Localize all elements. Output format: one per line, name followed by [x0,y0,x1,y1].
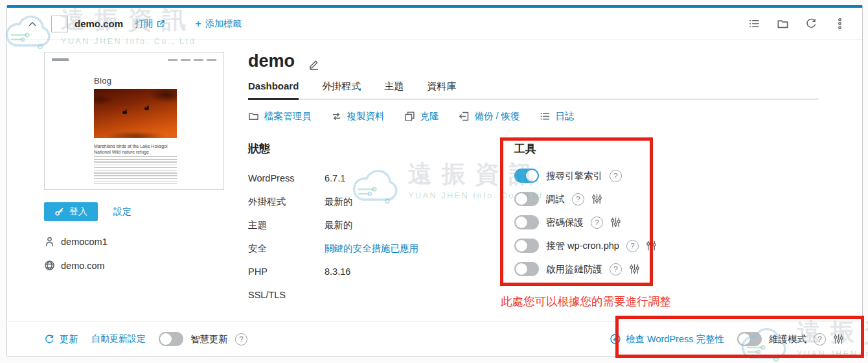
copy-data-label: 複製資料 [347,110,385,123]
admin-user-name: democom1 [61,237,108,247]
move-to-folder-button[interactable] [774,16,791,32]
backup-restore-link[interactable]: 備份 / 恢復 [459,110,520,123]
preview-blog-heading: Blog [94,76,111,86]
refresh-card-button[interactable] [803,16,819,32]
list-view-button[interactable] [746,16,762,32]
toolbar-right-icons [746,16,848,32]
integrity-link-icon [610,333,621,345]
wp-login-button[interactable]: 登入 [44,202,98,221]
preview-paragraph-placeholder [94,156,177,186]
wp-toolkit-site-card-screenshot: { "toolbar": { "domain": "demo.com", "op… [0,0,868,363]
security-measures-link[interactable]: 關鍵的安全措施已應用 [325,242,418,255]
status-row-php: PHP 8.3.16 [248,260,501,283]
site-card: demo.com 打開 + 添加標籤 [6,5,863,357]
tab-dashboard[interactable]: Dashboard [248,80,299,100]
search-indexing-toggle[interactable] [514,169,539,183]
tab-database[interactable]: 資料庫 [427,80,456,99]
tool-label: 調試 [546,193,565,205]
update-label: 更新 [60,333,78,345]
backup-restore-label: 備份 / 恢復 [475,110,520,123]
backup-restore-icon [459,111,470,122]
person-icon [44,236,55,247]
tab-themes[interactable]: 主題 [384,80,404,99]
settings-link[interactable]: 設定 [113,206,131,218]
smart-update-group: 智慧更新 ? [159,332,247,346]
debug-toggle[interactable] [514,192,539,206]
maintenance-mode-toggle[interactable] [737,332,762,346]
question-circle-icon[interactable]: ? [814,333,826,345]
site-tabs: Dashboard 外掛程式 主題 資料庫 [248,80,818,100]
login-label: 登入 [69,206,87,218]
check-integrity-link[interactable]: 檢查 WordPress 完整性 [610,333,724,345]
update-link[interactable]: 更新 [44,333,78,345]
tool-label: 啟用盜鏈防護 [546,263,602,275]
add-tag-label: 添加標籤 [205,18,242,30]
status-label: SSL/TLS [248,290,325,300]
status-value: 8.3.16 [325,266,350,277]
hotlink-protection-toggle[interactable] [514,262,539,276]
tool-row-search-indexing: 搜尋引擎索引 ? [514,164,657,187]
status-section: 狀態 WordPress 6.7.1 外掛程式 最新的 主題 最新的 安全 關鍵… [248,141,501,307]
sliders-icon[interactable] [629,263,640,275]
tool-row-debug: 調試 ? [514,187,657,211]
check-integrity-label: 檢查 WordPress 完整性 [626,333,724,345]
sync-arrows-icon [331,111,342,122]
tool-row-password-protection: 密碼保護 ? [514,211,657,234]
auto-update-settings-link[interactable]: 自動更新設定 [91,333,146,345]
rename-site-button[interactable] [305,56,322,73]
site-name-heading: demo [248,52,295,71]
logs-label: 日誌 [556,110,575,123]
status-label: WordPress [248,173,325,183]
tools-heading: 工具 [514,141,657,156]
status-row-themes: 主題 最新的 [248,213,501,237]
site-preview-thumbnail[interactable]: Blog Marshland birds at the Lake Hovsgol… [44,52,224,190]
status-label: 主題 [248,219,325,231]
key-icon [54,207,64,217]
preview-post-image [94,89,177,138]
tool-label: 接管 wp-cron.php [546,240,619,252]
edit-pencil-icon [308,59,319,70]
login-row: 登入 設定 [44,202,131,221]
question-circle-icon[interactable]: ? [572,193,584,205]
tool-row-hotlink-protection: 啟用盜鏈防護 ? [514,257,657,281]
status-row-ssl: SSL/TLS [248,283,501,307]
question-circle-icon[interactable]: ? [610,170,622,182]
question-circle-icon[interactable]: ? [235,333,247,345]
logs-link[interactable]: 日誌 [540,110,575,123]
clone-link[interactable]: 克隆 [404,110,439,123]
card-footer: 更新 自動更新設定 智慧更新 ? 檢查 WordPress 完整性 維護模式 ? [7,322,862,356]
sliders-icon[interactable] [610,217,621,228]
status-label: 安全 [248,242,325,255]
preview-nav-placeholder [168,59,216,61]
site-title-row: demo [248,52,322,73]
question-circle-icon[interactable]: ? [610,263,622,275]
question-circle-icon[interactable]: ? [591,217,603,229]
add-tag-button[interactable]: + 添加標籤 [195,18,242,30]
status-label: PHP [248,266,325,277]
collapse-card-button[interactable] [24,16,41,32]
status-row-wordpress: WordPress 6.7.1 [248,167,501,190]
admin-user-row: democom1 [44,236,108,247]
list-icon [540,111,551,122]
tab-plugins[interactable]: 外掛程式 [322,80,361,99]
sliders-icon[interactable] [833,333,844,345]
sliders-icon[interactable] [646,240,657,252]
tool-label: 密碼保護 [546,217,584,229]
tool-row-wp-cron: 接管 wp-cron.php ? [514,234,657,257]
smart-update-toggle[interactable] [159,332,183,346]
sliders-icon[interactable] [591,193,602,205]
file-manager-link[interactable]: 檔案管理員 [248,110,312,123]
folder-icon [248,111,259,122]
status-label: 外掛程式 [248,196,325,208]
question-circle-icon[interactable]: ? [626,240,639,252]
list-view-icon [748,18,760,30]
status-value: 最新的 [325,219,353,231]
open-site-link[interactable]: 打開 [135,18,165,30]
preview-post-title: Marshland birds at the Lake Hovsgol Nati… [94,143,178,155]
password-protection-toggle[interactable] [514,215,539,229]
file-manager-label: 檔案管理員 [264,110,312,123]
wp-cron-toggle[interactable] [514,239,539,253]
footer-left: 更新 自動更新設定 智慧更新 ? [44,332,247,346]
copy-data-link[interactable]: 複製資料 [331,110,385,123]
more-menu-button[interactable] [831,16,848,32]
